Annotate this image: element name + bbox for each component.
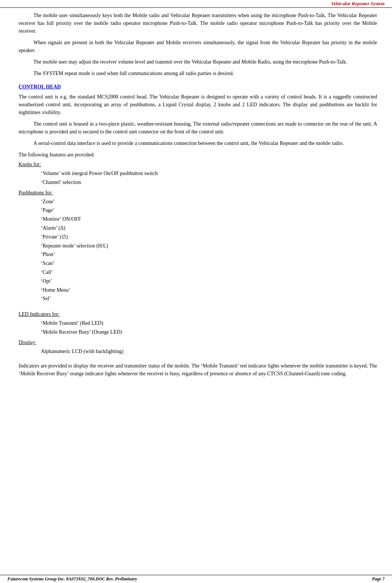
content-area: The mobile user simultaneously keys both… [0, 12, 392, 378]
led-label: LED Indicators for: [19, 311, 377, 317]
features-intro: The following features are provided: [19, 151, 377, 159]
pushbuttons-label: Pushbuttons for: [19, 190, 377, 196]
pushbutton-item-9: ‘Call’ [41, 268, 377, 277]
pushbutton-item-12: ‘Sel’ [41, 294, 377, 303]
pushbutton-item-2: ‘Page’ [41, 206, 377, 215]
pushbutton-item-6: ‘Repeater mode’ selection (H/L) [41, 242, 377, 250]
led-item-1: ‘Mobile Transmit’ (Red LED) [41, 319, 377, 328]
page-header-title: Vehicular Repeater System [331, 1, 385, 6]
knob-item-2: ‘Channel’ selection [41, 178, 377, 187]
pushbutton-item-3: ‘Monitor’ ON/OFF [41, 215, 377, 224]
footer-left: Futurecom Systems Group Inc. 8A073X02_70… [7, 576, 137, 582]
knobs-label: Knobs for: [19, 162, 377, 168]
paragraph-2: When signals are present in both the Veh… [19, 39, 377, 54]
paragraph-4: The SYSTEM repeat mode is used when full… [19, 69, 377, 77]
display-label: Display: [19, 340, 377, 346]
led-item-2: ‘Mobile Receiver Busy’ (Orange LED) [41, 328, 377, 337]
control-head-p2: The control unit is housed in a two-piec… [19, 120, 377, 136]
control-head-p3: A serial-control data interface is used … [19, 139, 377, 147]
pushbutton-item-7: ‘Phon’ [41, 250, 377, 259]
pushbutton-item-10: ‘Opt’ [41, 277, 377, 286]
pushbutton-item-4: ‘Alarm’ (Δ) [41, 224, 377, 233]
page-container: Vehicular Repeater System The mobile use… [0, 0, 392, 583]
pushbutton-item-5: ‘Private’ (∅) [41, 233, 377, 242]
display-item-1: Alphanumeric LCD (with backlighting) [41, 347, 377, 356]
footer-right: Page 7 [372, 576, 385, 582]
control-head-p1: The control unit is e.g. the standard MC… [19, 93, 377, 116]
control-head-p4: Indicators are provided to display the r… [19, 362, 377, 378]
footer-bar: Futurecom Systems Group Inc. 8A073X02_70… [0, 575, 392, 583]
knob-item-1: ‘Volume’ with integral Power On/Off push… [41, 169, 377, 178]
pushbutton-item-11: ‘Home Menu’ [41, 286, 377, 295]
pushbutton-item-8: ‘Scan’ [41, 259, 377, 268]
control-head-heading: CONTROL HEAD [19, 84, 377, 90]
header-bar: Vehicular Repeater System [0, 0, 392, 8]
pushbutton-item-1: ‘Zone’ [41, 197, 377, 206]
paragraph-1: The mobile user simultaneously keys both… [19, 12, 377, 35]
paragraph-3: The mobile user may adjust the receiver … [19, 58, 377, 66]
